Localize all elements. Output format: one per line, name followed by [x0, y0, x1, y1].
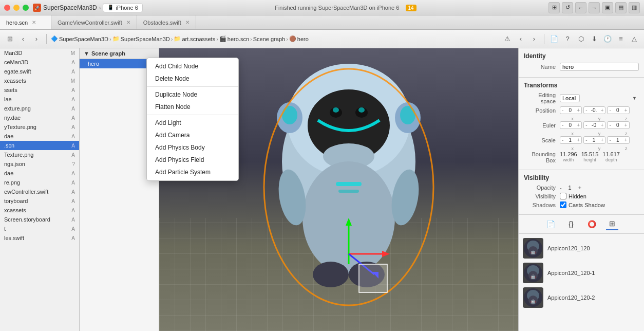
tab-gameviewcontroller[interactable]: GameViewController.swift ✕	[51, 15, 137, 29]
bc-item-4[interactable]: Scene graph	[253, 36, 285, 42]
ctx-duplicate-node[interactable]: Duplicate Node	[147, 88, 238, 101]
euler-z-minus[interactable]: -	[608, 122, 612, 128]
file-nav-item-18[interactable]: Screen.storyboard A	[0, 215, 79, 224]
ctx-flatten-node[interactable]: Flatten Node	[147, 101, 238, 113]
rp-file-icon[interactable]: 📄	[544, 218, 557, 230]
file-nav-item-14[interactable]: re.png A	[0, 178, 79, 187]
pos-y-minus[interactable]: -	[584, 107, 589, 114]
back-button[interactable]: ←	[575, 2, 586, 13]
grid-view-button[interactable]: ⊞	[548, 2, 560, 13]
file-nav-item-0[interactable]: Man3D M	[0, 48, 79, 58]
file-nav-item-19[interactable]: t A	[0, 224, 79, 233]
bc-item-1[interactable]: 📁 SuperSpaceMan3D	[112, 35, 170, 42]
breadcrumb-toolbar: ⊞ ‹ › 🔷 SuperSpaceMan3D › 📁 SuperSpaceMa…	[0, 30, 644, 48]
scale-x-plus[interactable]: +	[575, 137, 581, 143]
layout1-button[interactable]: ▣	[602, 2, 613, 13]
file-nav-item-2[interactable]: egate.swift A	[0, 67, 79, 76]
help-icon[interactable]: ?	[562, 33, 573, 45]
ctx-add-particle-system[interactable]: Add Particle System	[147, 166, 238, 178]
forward-nav-button[interactable]: ›	[31, 33, 42, 45]
layout2-button[interactable]: ▤	[615, 2, 627, 13]
pos-z-minus[interactable]: -	[608, 107, 612, 114]
opacity-minus-button[interactable]: -	[560, 185, 562, 191]
asset-item-1[interactable]: 🤖 Appicon120_120-1	[519, 261, 644, 285]
forward-button[interactable]: →	[589, 2, 600, 13]
euler-y-plus[interactable]: +	[599, 122, 605, 128]
close-button[interactable]	[4, 5, 10, 11]
euler-z-plus[interactable]: +	[623, 122, 629, 128]
scale-z-label: z	[614, 146, 639, 151]
pos-x-plus[interactable]: +	[575, 107, 581, 114]
ctx-add-child-node[interactable]: Add Child Node	[147, 60, 238, 72]
file-nav-item-13[interactable]: dae A	[0, 169, 79, 178]
file-icon[interactable]: 📄	[548, 33, 560, 45]
chevron-right-icon[interactable]: ›	[528, 33, 540, 45]
rp-circle-icon[interactable]: ⭕	[585, 218, 598, 230]
cube-icon[interactable]: ⬡	[575, 33, 586, 45]
layout3-button[interactable]: ▥	[629, 2, 640, 13]
tab-hero-scn[interactable]: hero.scn ✕	[0, 15, 51, 29]
file-nav-item-17[interactable]: xcassets A	[0, 206, 79, 215]
file-nav-item-15[interactable]: ewController.swift A	[0, 187, 79, 196]
file-nav-item-1[interactable]: ceMan3D A	[0, 58, 79, 67]
ctx-add-light[interactable]: Add Light	[147, 117, 238, 129]
maximize-button[interactable]	[23, 5, 29, 11]
file-nav-item-12[interactable]: ngs.json ?	[0, 159, 79, 169]
euler-x-plus[interactable]: +	[575, 122, 581, 128]
device-selector[interactable]: 📱 iPhone 6	[103, 3, 142, 12]
file-nav-item-6[interactable]: exture.png A	[0, 104, 79, 113]
file-nav-item-11[interactable]: Texture.png A	[0, 150, 79, 159]
casts-shadow-checkbox[interactable]	[560, 201, 566, 208]
tab-hero-scn-close[interactable]: ✕	[32, 20, 36, 25]
warning-icon[interactable]: ⚠	[502, 33, 513, 45]
file-nav-item-10[interactable]: .scn A	[0, 141, 79, 150]
bc-item-hero[interactable]: 🟤 hero	[289, 35, 309, 42]
identity-name-input[interactable]	[560, 63, 639, 71]
file-nav-item-16[interactable]: toryboard A	[0, 196, 79, 206]
download-icon[interactable]: ⬇	[589, 33, 600, 45]
asset-item-2[interactable]: 🤖 Appicon120_120-2	[519, 285, 644, 310]
scale-y-plus[interactable]: +	[599, 137, 605, 143]
scale-y-minus[interactable]: -	[584, 137, 589, 143]
euler-x-minus[interactable]: -	[560, 122, 565, 128]
tab-obstacles-close[interactable]: ✕	[185, 20, 190, 25]
tab-obstacles[interactable]: Obstacles.swift ✕	[137, 15, 196, 29]
scale-x-minus[interactable]: -	[560, 137, 565, 143]
ctx-add-camera[interactable]: Add Camera	[147, 129, 238, 141]
scale-z-plus[interactable]: +	[623, 137, 629, 143]
file-nav-item-5[interactable]: lae A	[0, 95, 79, 104]
pos-x-minus[interactable]: -	[560, 107, 565, 114]
back-nav-button[interactable]: ‹	[17, 33, 29, 45]
warning-badge[interactable]: 14	[406, 5, 416, 11]
pos-y-plus[interactable]: +	[599, 107, 605, 114]
file-nav-item-4[interactable]: ssets A	[0, 85, 79, 95]
file-nav-item-9[interactable]: dae A	[0, 132, 79, 141]
clock-icon[interactable]: 🕐	[602, 33, 613, 45]
editing-space-select[interactable]: Local World	[560, 94, 580, 102]
opacity-plus-button[interactable]: +	[578, 185, 581, 191]
asset-item-0[interactable]: 🤖 Appicon120_120	[519, 236, 644, 261]
rp-grid-icon[interactable]: ⊞	[606, 218, 618, 230]
scale-z-minus[interactable]: -	[608, 137, 612, 143]
file-nav-item-8[interactable]: yTexture.png A	[0, 122, 79, 132]
tab-gameviewcontroller-close[interactable]: ✕	[126, 20, 130, 25]
ctx-add-physics-body[interactable]: Add Physics Body	[147, 141, 238, 154]
hidden-checkbox[interactable]	[560, 193, 566, 199]
euler-y-minus[interactable]: -	[584, 122, 589, 128]
rp-code-icon[interactable]: {}	[565, 218, 577, 230]
share-icon[interactable]: △	[629, 33, 640, 45]
ctx-add-physics-field[interactable]: Add Physics Field	[147, 154, 238, 166]
file-nav-item-3[interactable]: xcassets M	[0, 76, 79, 85]
file-nav-item-20[interactable]: les.swift A	[0, 233, 79, 243]
scene-graph-icon[interactable]: ⊞	[4, 33, 15, 45]
file-nav-item-7[interactable]: ny.dae A	[0, 113, 79, 122]
bc-item-3[interactable]: 🎬 hero.scn	[219, 35, 249, 42]
minimize-button[interactable]	[13, 5, 20, 11]
chevron-left-icon[interactable]: ‹	[515, 33, 526, 45]
bc-item-0[interactable]: 🔷 SuperSpaceMan3D	[51, 35, 108, 42]
ctx-delete-node[interactable]: Delete Node	[147, 72, 238, 85]
bc-item-2[interactable]: 📁 art.scnassets	[174, 35, 215, 42]
list-icon[interactable]: ≡	[615, 33, 627, 45]
refresh-button[interactable]: ↺	[562, 2, 573, 13]
pos-z-plus[interactable]: +	[623, 107, 629, 114]
